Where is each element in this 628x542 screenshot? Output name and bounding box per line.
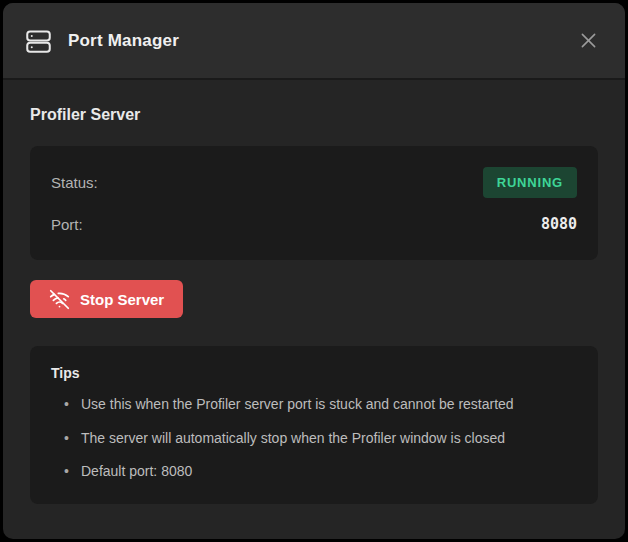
stop-server-label: Stop Server: [80, 291, 164, 308]
wifi-off-icon: [49, 289, 70, 310]
stop-server-button[interactable]: Stop Server: [30, 280, 183, 318]
x-icon: [578, 30, 599, 51]
tips-title: Tips: [51, 365, 577, 381]
port-row: Port: 8080: [51, 205, 577, 243]
status-row: Status: RUNNING: [51, 163, 577, 201]
port-value: 8080: [541, 215, 577, 233]
status-label: Status:: [51, 174, 98, 191]
tips-list: Use this when the Profiler server port i…: [51, 395, 577, 482]
tip-item: The server will automatically stop when …: [51, 429, 577, 449]
screen-background: Port Manager Profiler Server Status: RUN…: [0, 0, 628, 542]
close-button[interactable]: [574, 26, 603, 55]
dialog-titlebar: Port Manager: [3, 3, 625, 80]
status-panel: Status: RUNNING Port: 8080: [30, 146, 598, 260]
tips-panel: Tips Use this when the Profiler server p…: [30, 346, 598, 504]
dialog-content: Profiler Server Status: RUNNING Port: 80…: [3, 80, 625, 539]
tip-item: Default port: 8080: [51, 462, 577, 482]
status-badge: RUNNING: [483, 167, 577, 198]
dialog-title: Port Manager: [68, 31, 179, 51]
port-manager-dialog: Port Manager Profiler Server Status: RUN…: [3, 3, 625, 539]
port-label: Port:: [51, 216, 83, 233]
tip-item: Use this when the Profiler server port i…: [51, 395, 577, 415]
section-title: Profiler Server: [30, 106, 598, 124]
server-icon: [25, 26, 52, 56]
